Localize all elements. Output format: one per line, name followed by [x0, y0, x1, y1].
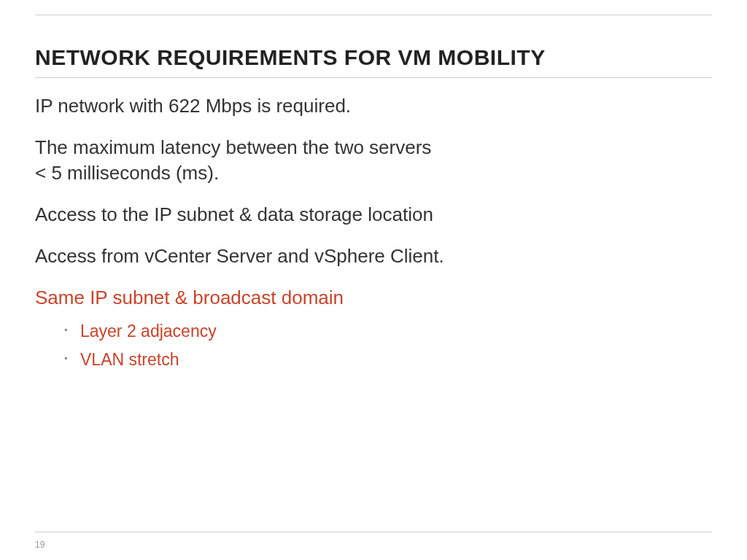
slide-title: NETWORK REQUIREMENTS FOR VM MOBILITY	[35, 45, 712, 78]
subnet-sublist: Layer 2 adjacency VLAN stretch	[35, 317, 712, 374]
sublist-item-vlan: VLAN stretch	[64, 346, 712, 374]
paragraph-same-subnet: Same IP subnet & broadcast domain	[35, 285, 712, 311]
paragraph-latency-line2: < 5 milliseconds (ms).	[35, 162, 219, 184]
bottom-rule	[35, 532, 712, 532]
paragraph-subnet-storage: Access to the IP subnet & data storage l…	[35, 202, 712, 228]
paragraph-latency-line1: The maximum latency between the two serv…	[35, 136, 431, 158]
top-rule	[35, 15, 712, 15]
paragraph-latency: The maximum latency between the two serv…	[35, 135, 712, 186]
paragraph-bandwidth: IP network with 622 Mbps is required.	[35, 93, 712, 119]
paragraph-vcenter: Access from vCenter Server and vSphere C…	[35, 244, 712, 269]
sublist-item-layer2: Layer 2 adjacency	[64, 317, 712, 346]
page-number: 19	[35, 540, 44, 550]
slide-content: IP network with 622 Mbps is required. Th…	[35, 93, 712, 374]
